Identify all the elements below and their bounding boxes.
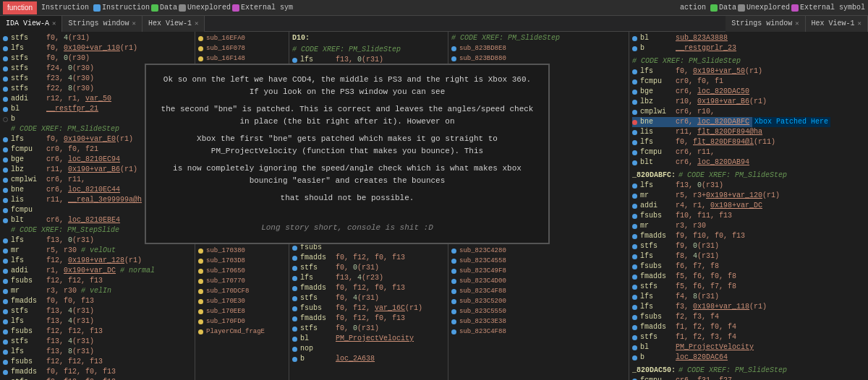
dot-yellow <box>198 269 203 274</box>
dot-blue <box>632 224 637 229</box>
code-line: sub_823BD8E8 <box>451 43 626 53</box>
dot-blue <box>3 157 8 163</box>
code-line: fmaddsf0, f12, f0, f13 <box>292 283 445 293</box>
right-external-dot <box>791 4 799 12</box>
dot-blue <box>632 254 637 259</box>
dot-yellow <box>198 299 203 304</box>
code-line: fmaddsf0, f12, f0, f13 <box>292 253 445 263</box>
unexplored-dot <box>179 4 186 12</box>
tab-hex-right-close[interactable]: ✕ <box>858 20 861 27</box>
dot-yellow <box>198 309 203 314</box>
code-line: stfsf0, 4(r31) <box>292 293 445 303</box>
tab-strings-close[interactable]: ✕ <box>132 20 135 27</box>
tab-ida-view-close[interactable]: ✕ <box>52 20 56 27</box>
code-line: mrr5, r3+0x198+var_120(r1) <box>632 191 829 201</box>
far-right-code-lines: blsub_823A3888 b__restgprlr_23 # CODE XR… <box>629 32 832 380</box>
code-line: sub_823C49F8 <box>451 266 626 276</box>
dot-blue <box>3 319 8 324</box>
dot-blue <box>3 259 8 264</box>
code-line: bltcr6, loc_820DAB94 <box>632 157 829 168</box>
dot-blue <box>292 327 297 332</box>
right-data-label: Data <box>719 4 736 12</box>
code-line: blPM_ProjectVelocity <box>632 342 829 353</box>
code-line: lfsf3, 0x198+var_118(r1) <box>632 302 829 312</box>
dot-blue <box>292 58 297 63</box>
external-dot <box>232 4 239 12</box>
dot-blue <box>451 319 456 324</box>
right-unexplored-dot <box>738 4 745 12</box>
dot-blue <box>3 340 8 345</box>
dot-blue <box>632 275 637 280</box>
dot-blue <box>632 79 637 85</box>
code-line: sub_16EFA0 <box>198 33 286 43</box>
code-line: sub_16F078 <box>198 43 286 53</box>
dot-blue <box>632 244 637 249</box>
tab-hex-close[interactable]: ✕ <box>195 20 198 27</box>
tab-strings-right[interactable]: Strings window ✕ <box>726 16 805 32</box>
code-line: stfsf0, f12, f0, f13 <box>3 377 192 380</box>
code-line: fsubsf12, f12, f13 <box>3 357 192 367</box>
right-data-dot <box>710 4 718 12</box>
code-line: sub_1703D8 <box>198 256 286 266</box>
dot-blue <box>632 325 637 330</box>
dot-blue <box>451 329 456 334</box>
dot-blue <box>632 140 637 145</box>
dot-blue <box>3 309 8 314</box>
dot-blue <box>292 337 297 342</box>
dot-blue <box>451 269 456 274</box>
dot-blue <box>451 309 456 314</box>
tab-hex-right[interactable]: Hex View-1 ✕ <box>806 16 868 32</box>
code-line: stfsf13, 4(r31) <box>3 337 192 347</box>
data-legend: Data <box>151 4 177 12</box>
code-line: fmaddsf9, f10, f0, f13 <box>632 231 829 241</box>
code-line: stfsf0, 0(r31) <box>292 324 445 334</box>
code-line: sub_170FD0 <box>198 316 286 327</box>
dot-blue <box>632 36 637 41</box>
code-line: fmaddsf0, f12, f0, f13 <box>292 314 445 324</box>
dot-blue <box>451 289 456 294</box>
dot-yellow <box>198 36 203 41</box>
dot-blue <box>632 110 637 115</box>
dot-blue <box>632 150 637 155</box>
dot-blue <box>451 249 456 254</box>
dot-blue <box>451 299 456 304</box>
unexplored-legend: Unexplored <box>179 4 231 12</box>
code-line: fmaddsf1, f2, f0, f4 <box>632 322 829 332</box>
code-line: bloc_820DAC64 <box>632 353 829 363</box>
dot-blue <box>451 279 456 284</box>
dot-blue <box>3 87 8 92</box>
dot-blue <box>632 69 637 74</box>
function-btn[interactable]: function <box>3 1 37 14</box>
code-line: sub_170650 <box>198 266 286 276</box>
code-line: sub_170EE8 <box>198 306 286 316</box>
dot-blue <box>3 360 8 365</box>
tab-hex-label: Hex View-1 <box>148 20 192 27</box>
modal-text3: Xbox the first "bne" gets patched which … <box>158 133 537 157</box>
code-line: lfsf13, 8(r31) <box>3 347 192 357</box>
code-line: sub_823C5550 <box>451 306 626 316</box>
code-line: stfsf9, 0(r31) <box>632 241 829 251</box>
dot-blue <box>632 315 637 320</box>
tab-ida-view-label: IDA View-A <box>6 20 49 27</box>
tab-strings-right-close[interactable]: ✕ <box>795 20 799 27</box>
dot-blue <box>3 168 8 173</box>
far-right-panel: blsub_823A3888 b__restgprlr_23 # CODE XR… <box>629 32 832 380</box>
dot-blue <box>3 178 8 183</box>
external-legend: External sym <box>232 4 293 12</box>
data-legend-label: Data <box>160 4 177 12</box>
dot-blue <box>3 97 8 102</box>
dot-blue <box>292 347 297 352</box>
tab-ida-view[interactable]: IDA View-A ✕ <box>0 16 62 32</box>
dot-blue <box>3 36 8 41</box>
code-line: sub_170E30 <box>198 296 286 306</box>
modal-footer: Long story short, console is shit :D <box>158 222 537 234</box>
tab-strings[interactable]: Strings window ✕ <box>62 16 142 32</box>
dot-blue <box>632 335 637 340</box>
code-line: sub_170770 <box>198 276 286 286</box>
code-comment-line: # CODE XREF: PM_SlideStep <box>292 45 445 55</box>
dot-blue <box>3 350 8 355</box>
code-line: lfsf12, 0x198+var_128(r1) <box>3 256 192 266</box>
code-line: fmaddsf5, f6, f0, f8 <box>632 272 829 282</box>
tab-hex[interactable]: Hex View-1 ✕ <box>142 16 205 32</box>
code-line: addir1, 0x190+var_DC # normal <box>3 266 192 276</box>
